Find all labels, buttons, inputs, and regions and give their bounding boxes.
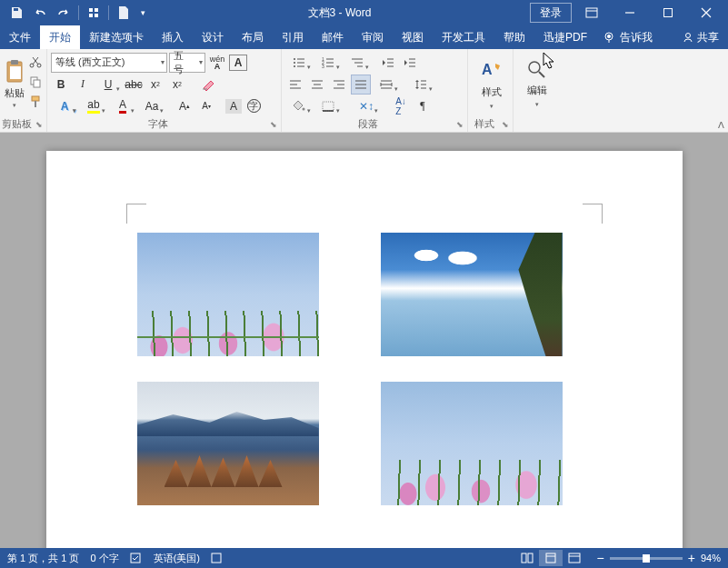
distributed-button[interactable]: [373, 75, 400, 95]
maximize-button[interactable]: [650, 0, 686, 25]
tab-pdf[interactable]: 迅捷PDF: [534, 25, 596, 49]
language-status[interactable]: 英语(美国): [154, 552, 200, 565]
zoom-level[interactable]: 94%: [701, 553, 721, 563]
bold-button[interactable]: B: [51, 75, 71, 95]
phonetic-guide-button[interactable]: wénA: [207, 53, 227, 73]
touch-mode-button[interactable]: [83, 2, 105, 24]
close-button[interactable]: [688, 0, 724, 25]
show-marks-button[interactable]: ¶: [413, 96, 433, 116]
svg-text:3: 3: [322, 64, 324, 68]
svg-point-25: [294, 65, 295, 67]
tell-me-search[interactable]: 告诉我: [596, 25, 660, 49]
web-layout-button[interactable]: [563, 550, 586, 566]
zoom-slider[interactable]: [610, 557, 683, 560]
page[interactable]: [46, 151, 683, 548]
format-painter-button[interactable]: [25, 92, 45, 112]
numbering-button[interactable]: 123: [314, 53, 342, 73]
font-size-combo[interactable]: 五号: [169, 53, 205, 73]
grow-font-button[interactable]: A▴: [175, 96, 194, 116]
qat-customize-button[interactable]: ▾: [136, 2, 149, 24]
change-case-button[interactable]: Aa: [138, 96, 165, 116]
highlight-button[interactable]: ab: [80, 96, 107, 116]
page-count[interactable]: 第 1 页，共 1 页: [7, 552, 79, 565]
font-launcher[interactable]: ⬊: [268, 119, 279, 130]
character-border-button[interactable]: A: [229, 55, 247, 71]
styles-launcher[interactable]: ⬊: [500, 119, 511, 130]
align-right-button[interactable]: [329, 75, 349, 95]
paragraph-launcher[interactable]: ⬊: [454, 119, 465, 130]
superscript-button[interactable]: x2: [167, 75, 187, 95]
tab-references[interactable]: 引用: [273, 25, 313, 49]
char-shading-button[interactable]: A: [225, 99, 242, 114]
tab-developer[interactable]: 开发工具: [433, 25, 494, 49]
ribbon-display-button[interactable]: [573, 0, 610, 25]
new-doc-button[interactable]: [113, 2, 135, 24]
multilevel-list-button[interactable]: [344, 53, 371, 73]
collapse-ribbon-button[interactable]: ᐱ: [718, 120, 724, 130]
tab-file[interactable]: 文件: [0, 25, 40, 49]
clear-formatting-button[interactable]: [198, 75, 218, 95]
inserted-image[interactable]: [137, 382, 319, 505]
cut-button[interactable]: [25, 52, 45, 72]
align-center-button[interactable]: [307, 75, 327, 95]
share-button[interactable]: 共享: [673, 25, 728, 49]
tab-review[interactable]: 审阅: [353, 25, 393, 49]
styles-button[interactable]: A 样式 ▾: [472, 52, 512, 115]
document-area[interactable]: [0, 133, 728, 548]
tab-view[interactable]: 视图: [393, 25, 433, 49]
shrink-font-button[interactable]: A▾: [196, 96, 216, 116]
editing-button[interactable]: 编辑 ▾: [517, 52, 557, 115]
inserted-image[interactable]: [381, 233, 563, 356]
decrease-indent-button[interactable]: [378, 53, 398, 73]
inserted-image[interactable]: [381, 382, 563, 505]
svg-point-21: [294, 58, 295, 60]
borders-button[interactable]: [314, 96, 342, 116]
minimize-button[interactable]: [612, 0, 648, 25]
tab-mailings[interactable]: 邮件: [313, 25, 353, 49]
tab-layout[interactable]: 布局: [233, 25, 273, 49]
save-button[interactable]: [5, 2, 27, 24]
bullets-button[interactable]: [285, 53, 313, 73]
tab-insert[interactable]: 插入: [153, 25, 193, 49]
shading-button[interactable]: [285, 96, 313, 116]
sort-button[interactable]: A↓Z: [391, 96, 411, 116]
window-title: 文档3 - Word: [149, 5, 530, 21]
font-color-button[interactable]: A: [109, 96, 136, 116]
enclose-char-button[interactable]: 字: [244, 96, 264, 116]
tab-design[interactable]: 设计: [193, 25, 233, 49]
login-button[interactable]: 登录: [530, 3, 572, 23]
underline-button[interactable]: U: [95, 75, 122, 95]
align-left-button[interactable]: [285, 75, 305, 95]
print-layout-button[interactable]: [539, 550, 563, 566]
line-spacing-button[interactable]: [407, 75, 434, 95]
quick-access-toolbar: ▾: [0, 2, 149, 24]
zoom-in-button[interactable]: +: [688, 551, 695, 565]
clipboard-launcher[interactable]: ⬊: [34, 119, 45, 130]
increase-indent-button[interactable]: [400, 53, 420, 73]
svg-rect-67: [131, 553, 140, 563]
svg-rect-3: [95, 14, 98, 17]
read-mode-button[interactable]: [515, 550, 539, 566]
copy-button[interactable]: [25, 72, 45, 92]
subscript-button[interactable]: x2: [145, 75, 165, 95]
undo-button[interactable]: [29, 2, 51, 24]
spellcheck-icon[interactable]: [130, 552, 143, 564]
zoom-controls: − + 94%: [597, 551, 721, 565]
macro-icon[interactable]: [211, 553, 222, 563]
italic-button[interactable]: I: [73, 75, 93, 95]
strikethrough-button[interactable]: abc: [124, 75, 144, 95]
tab-help[interactable]: 帮助: [494, 25, 534, 49]
inserted-image[interactable]: [137, 233, 319, 356]
tab-home[interactable]: 开始: [40, 25, 80, 49]
svg-rect-14: [10, 66, 21, 79]
redo-button[interactable]: [53, 2, 75, 24]
tab-newtab[interactable]: 新建选项卡: [80, 25, 153, 49]
text-effects-button[interactable]: A: [51, 96, 78, 116]
asian-layout-button[interactable]: ✕↕: [353, 96, 380, 116]
paste-button[interactable]: 粘贴 ▾: [4, 52, 25, 115]
group-clipboard: 粘贴 ▾ 剪贴板 ⬊: [0, 49, 47, 132]
font-name-combo[interactable]: 等线 (西文正文): [51, 53, 167, 73]
justify-button[interactable]: [351, 75, 371, 95]
word-count[interactable]: 0 个字: [90, 552, 118, 565]
zoom-out-button[interactable]: −: [597, 551, 604, 565]
